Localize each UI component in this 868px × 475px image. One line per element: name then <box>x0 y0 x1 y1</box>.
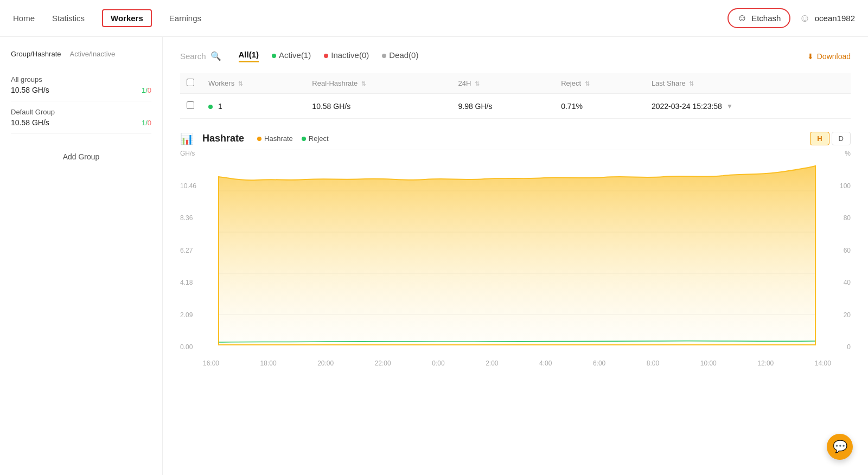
legend-reject-dot <box>302 137 306 141</box>
chart-btn-d[interactable]: D <box>832 132 851 145</box>
etchash-icon: ☺ <box>737 12 747 24</box>
filter-tab-active[interactable]: Active(1) <box>272 50 311 62</box>
chart-icon: 📊 <box>180 132 194 145</box>
x-label-800: 8:00 <box>647 360 659 367</box>
x-label-1000: 10:00 <box>700 360 717 367</box>
row-select-checkbox[interactable] <box>187 101 194 109</box>
nav-workers[interactable]: Workers <box>102 9 152 27</box>
filter-tab-all[interactable]: All(1) <box>239 50 259 62</box>
y-label-836: 8.36 <box>180 214 199 222</box>
x-label-1800: 18:00 <box>260 360 277 367</box>
legend-reject: Reject <box>302 134 329 143</box>
last-share-dropdown[interactable]: ▼ <box>726 102 733 110</box>
filter-tabs: All(1) Active(1) Inactive(0) Dead(0) <box>239 50 419 62</box>
y-right-100: 100 <box>835 182 851 190</box>
group-all-hashrate: 10.58 GH/s <box>11 86 49 94</box>
chart-controls: H D <box>810 132 851 145</box>
x-label-600: 6:00 <box>593 360 605 367</box>
sidebar-tab-group[interactable]: Group/Hashrate <box>11 50 61 58</box>
table-body: 1 10.58 GH/s 9.98 GH/s 0.71% 2022-03-24 … <box>180 94 851 119</box>
group-default-hashrate: 10.58 GH/s <box>11 118 49 127</box>
col-checkbox <box>180 73 202 94</box>
search-box[interactable]: Search 🔍 <box>180 51 221 61</box>
group-all-row: 10.58 GH/s 1/0 <box>11 86 151 94</box>
workers-sort-icon[interactable]: ⇅ <box>238 80 243 87</box>
chart-svg <box>203 150 831 356</box>
filter-tab-dead[interactable]: Dead(0) <box>382 50 418 62</box>
chart-y-left: GH/s 10.46 8.36 6.27 4.18 2.09 0.00 <box>180 150 203 351</box>
col-hashrate: Real-Hashrate ⇅ <box>305 73 451 94</box>
nav-earnings[interactable]: Earnings <box>169 11 201 25</box>
x-label-400: 4:00 <box>539 360 552 367</box>
chart-legend: Hashrate Reject <box>257 134 329 143</box>
y-unit-left: GH/s <box>180 150 199 157</box>
chart-btn-h[interactable]: H <box>810 132 829 145</box>
add-group-button[interactable]: Add Group <box>11 147 151 166</box>
filter-bar: Search 🔍 All(1) Active(1) Inactive(0) De… <box>180 50 851 62</box>
col-reject: Reject ⇅ <box>554 73 645 94</box>
main-layout: Group/Hashrate Active/Inactive All group… <box>0 37 868 475</box>
inactive-dot <box>324 54 328 58</box>
group-default-name: Default Group <box>11 108 151 116</box>
chart-header: 📊 Hashrate Hashrate Reject H D <box>180 132 851 145</box>
nav-left: Home Statistics Workers Earnings <box>13 9 201 27</box>
y-label-209: 2.09 <box>180 311 199 319</box>
group-default-row: 10.58 GH/s 1/0 <box>11 118 151 127</box>
legend-hashrate-dot <box>257 137 261 141</box>
row-worker: 1 <box>202 94 305 119</box>
top-nav: Home Statistics Workers Earnings ☺ Etcha… <box>0 0 868 37</box>
sidebar-tabs: Group/Hashrate Active/Inactive <box>11 50 151 58</box>
row-hashrate: 10.58 GH/s <box>305 94 451 119</box>
col-last-share: Last Share ⇅ <box>645 73 851 94</box>
x-label-1200: 12:00 <box>757 360 774 367</box>
y-unit-right: % <box>835 150 851 157</box>
download-button[interactable]: ⬇ Download <box>807 52 851 61</box>
legend-hashrate-label: Hashrate <box>264 134 293 143</box>
etchash-label: Etchash <box>751 14 781 23</box>
workers-table: Workers ⇅ Real-Hashrate ⇅ 24H ⇅ Reject ⇅ <box>180 73 851 119</box>
row-last-share: 2022-03-24 15:23:58 ▼ <box>645 94 851 119</box>
worker-status-dot <box>208 105 213 109</box>
legend-reject-label: Reject <box>309 134 329 143</box>
y-right-0: 0 <box>835 343 851 351</box>
hashrate-sort-icon[interactable]: ⇅ <box>361 80 366 87</box>
search-icon: 🔍 <box>210 51 221 61</box>
chat-fab-button[interactable]: 💬 <box>827 434 853 460</box>
y-right-60: 60 <box>835 247 851 254</box>
last-share-sort-icon[interactable]: ⇅ <box>689 80 694 87</box>
group-item-default[interactable]: Default Group 10.58 GH/s 1/0 <box>11 101 151 134</box>
nav-statistics[interactable]: Statistics <box>52 11 85 25</box>
y-label-1046: 10.46 <box>180 182 199 190</box>
x-label-200: 2:00 <box>486 360 498 367</box>
y-label-627: 6.27 <box>180 247 199 254</box>
group-all-name: All groups <box>11 75 151 84</box>
filter-tab-inactive[interactable]: Inactive(0) <box>324 50 369 62</box>
group-item-all[interactable]: All groups 10.58 GH/s 1/0 <box>11 69 151 101</box>
download-icon: ⬇ <box>807 52 814 61</box>
chart-wrapper: GH/s 10.46 8.36 6.27 4.18 2.09 0.00 % 10… <box>180 150 851 367</box>
x-label-000: 0:00 <box>432 360 444 367</box>
nav-home[interactable]: Home <box>13 11 35 25</box>
reject-sort-icon[interactable]: ⇅ <box>585 80 590 87</box>
user-button[interactable]: ☺ ocean1982 <box>799 12 855 24</box>
y-label-418: 4.18 <box>180 279 199 286</box>
x-label-1600: 16:00 <box>203 360 219 367</box>
chart-svg-container <box>203 150 831 357</box>
x-label-2000: 20:00 <box>317 360 334 367</box>
legend-hashrate: Hashrate <box>257 134 293 143</box>
sidebar: Group/Hashrate Active/Inactive All group… <box>0 37 163 475</box>
24h-sort-icon[interactable]: ⇅ <box>475 80 480 87</box>
y-right-40: 40 <box>835 279 851 286</box>
nav-right: ☺ Etchash ☺ ocean1982 <box>727 8 855 28</box>
y-right-80: 80 <box>835 214 851 222</box>
download-label: Download <box>817 52 851 61</box>
chart-y-right: % 100 80 60 40 20 0 <box>831 150 851 351</box>
sidebar-tab-active[interactable]: Active/Inactive <box>70 50 116 58</box>
row-24h: 9.98 GH/s <box>451 94 554 119</box>
etchash-button[interactable]: ☺ Etchash <box>727 8 791 28</box>
row-checkbox <box>180 94 202 119</box>
x-label-1400: 14:00 <box>815 360 831 367</box>
chart-x-labels: 16:00 18:00 20:00 22:00 0:00 2:00 4:00 6… <box>203 357 831 367</box>
select-all-checkbox[interactable] <box>187 79 194 86</box>
user-label: ocean1982 <box>815 14 855 23</box>
